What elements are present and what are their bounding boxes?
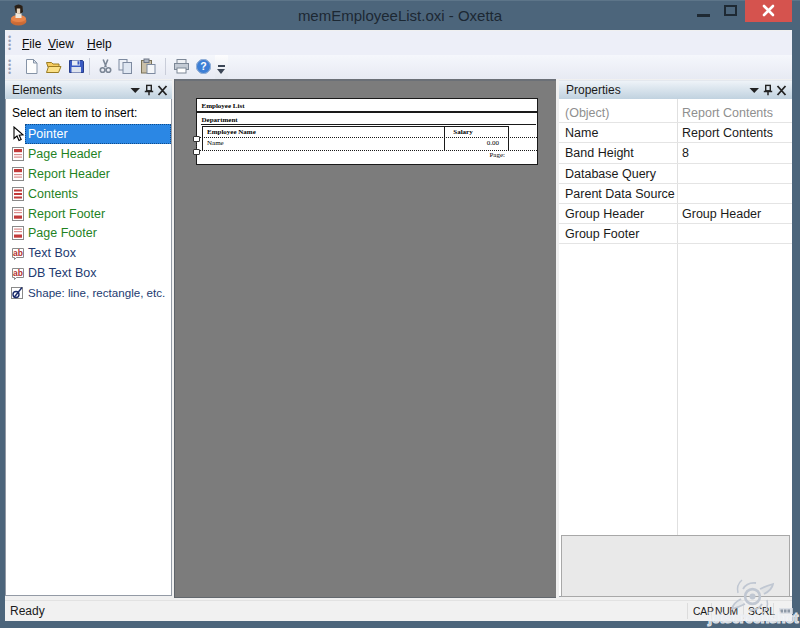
svg-text:ab: ab [13,268,23,278]
svg-text:ab: ab [13,248,23,258]
svg-text:?: ? [200,60,206,72]
svg-text:jetscreenshot: jetscreenshot [707,610,799,626]
